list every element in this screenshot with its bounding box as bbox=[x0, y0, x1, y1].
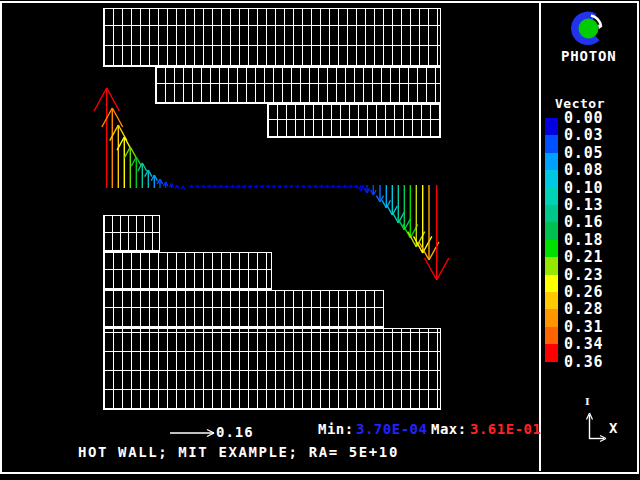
photon-logo-icon bbox=[569, 11, 607, 49]
legend-value: 0.00 bbox=[564, 110, 603, 126]
vector-field-svg bbox=[0, 0, 640, 480]
legend-swatch bbox=[545, 118, 558, 135]
legend-swatch bbox=[545, 153, 558, 170]
legend-value: 0.18 bbox=[564, 232, 603, 248]
legend-swatch bbox=[545, 344, 558, 361]
legend-swatch bbox=[545, 275, 558, 292]
legend-swatch bbox=[545, 135, 558, 152]
legend-value: 0.34 bbox=[564, 336, 603, 352]
max-label: Max: bbox=[431, 421, 467, 437]
legend-swatch bbox=[545, 309, 558, 326]
min-label: Min: bbox=[318, 421, 354, 437]
plot-title: HOT WALL; MIT EXAMPLE; RA= 5E+10 bbox=[78, 444, 399, 460]
legend-swatch bbox=[545, 257, 558, 274]
max-value: 3.61E-01 bbox=[470, 421, 541, 437]
legend-value: 0.16 bbox=[564, 214, 603, 230]
legend-swatch bbox=[545, 205, 558, 222]
brand-label: PHOTON bbox=[561, 48, 616, 64]
legend-value: 0.23 bbox=[564, 267, 603, 283]
legend-swatch bbox=[545, 188, 558, 205]
reference-vector-value: 0.16 bbox=[216, 424, 254, 440]
legend-swatch bbox=[545, 170, 558, 187]
min-value: 3.70E-04 bbox=[356, 421, 427, 437]
photon-app-screen: 0.16 Min: 3.70E-04 Max: 3.61E-01 HOT WAL… bbox=[0, 0, 640, 480]
legend-value: 0.28 bbox=[564, 301, 603, 317]
legend-value: 0.31 bbox=[564, 319, 603, 335]
legend-swatch bbox=[545, 292, 558, 309]
legend-value: 0.21 bbox=[564, 249, 603, 265]
y-axis-label: I bbox=[585, 396, 590, 407]
legend-value: 0.03 bbox=[564, 127, 603, 143]
legend-value: 0.05 bbox=[564, 145, 603, 161]
legend-value: 0.13 bbox=[564, 197, 603, 213]
x-axis-label: X bbox=[609, 420, 617, 436]
legend-swatch bbox=[545, 222, 558, 239]
legend-value: 0.10 bbox=[564, 180, 603, 196]
legend-swatch bbox=[545, 240, 558, 257]
legend-value: 0.26 bbox=[564, 284, 603, 300]
legend-swatch bbox=[545, 327, 558, 344]
legend-value: 0.36 bbox=[564, 354, 603, 370]
color-legend: 0.000.030.050.080.100.130.160.180.210.23… bbox=[545, 118, 635, 368]
legend-value: 0.08 bbox=[564, 162, 603, 178]
